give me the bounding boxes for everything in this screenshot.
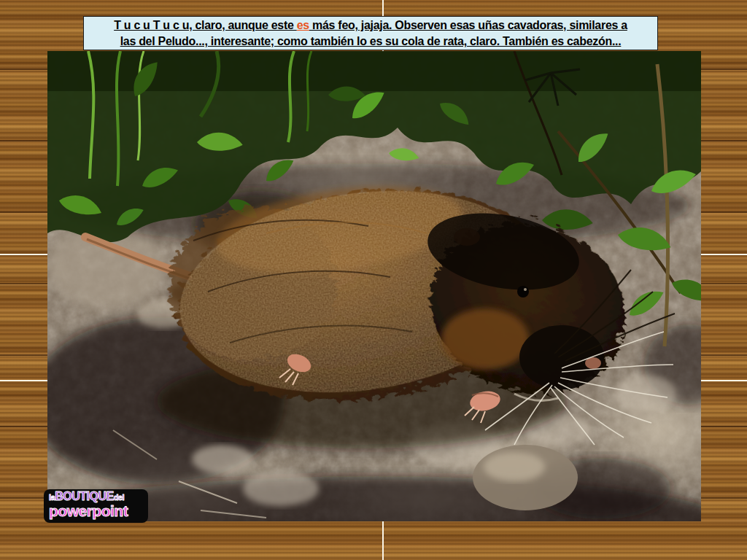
caption-line-1-post: más feo, jajaja. Observen esas uñas cava… [309, 19, 627, 31]
rodent-eye [517, 286, 529, 298]
logo-la: la [49, 493, 55, 502]
caption-highlight-es: es [297, 19, 309, 31]
logo-boutique: BOUTIQUE [55, 490, 113, 502]
slide-background: { "caption": { "line1_pre": "T u c u T u… [0, 0, 747, 560]
logo-del: del [114, 493, 124, 502]
rodent-ear [454, 228, 480, 246]
boutique-powerpoint-logo: laBOUTIQUEdel powerpoint [44, 489, 148, 523]
caption-line-2: las del Peludo..., interesante; como tam… [84, 34, 657, 50]
tuco-tuco-photo [47, 51, 701, 521]
caption-line-1: T u c u T u c u, claro, aunque este es m… [84, 18, 657, 34]
logo-powerpoint: powerpoint [49, 503, 148, 518]
caption-box: T u c u T u c u, claro, aunque este es m… [83, 16, 658, 50]
logo-line-1: laBOUTIQUEdel [49, 491, 148, 502]
photo-illustration [47, 51, 701, 521]
caption-line-1-pre: T u c u T u c u, claro, aunque este [114, 19, 297, 31]
